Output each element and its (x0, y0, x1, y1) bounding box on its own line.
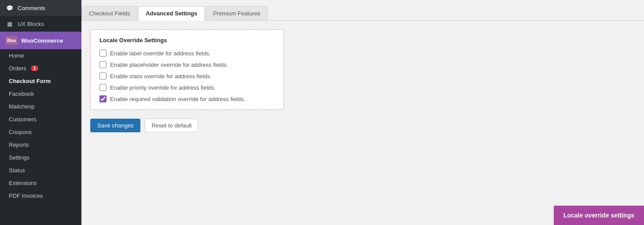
checkbox-label-priority-override: Enable priority override for address fie… (110, 84, 216, 91)
checkbox-class-override[interactable] (99, 73, 107, 80)
sidebar-item-coupons[interactable]: Coupons (0, 126, 81, 138)
sidebar-item-facebook[interactable]: Facebook (0, 87, 81, 100)
sidebar-item-orders[interactable]: Orders1 (0, 62, 81, 75)
sidebar-item-pdf-invoices[interactable]: PDF Invoices (0, 189, 81, 202)
settings-box-title: Locale Override Settings (99, 37, 275, 44)
woo-logo-icon: Woo (5, 36, 18, 45)
checkbox-row-required-override: Enable required validation override for … (99, 95, 275, 102)
sidebar-item-extensions[interactable]: Extensions (0, 177, 81, 189)
checkboxes-container: Enable label override for address fields… (99, 50, 275, 102)
sidebar-comments-label: Comments (18, 5, 45, 11)
locale-override-settings-box: Locale Override Settings Enable label ov… (90, 29, 284, 110)
sidebar-item-comments[interactable]: 💬 Comments (0, 0, 81, 16)
sidebar-item-home[interactable]: Home (0, 49, 81, 62)
comments-icon: 💬 (5, 4, 14, 12)
checkbox-row-label-override: Enable label override for address fields… (99, 50, 275, 57)
sidebar-ux-blocks-label: UX Blocks (18, 21, 44, 27)
tab-checkout-fields[interactable]: Checkout Fields (81, 6, 137, 20)
corner-banner: Locale override settings (554, 206, 644, 225)
save-changes-button[interactable]: Save changes (90, 119, 140, 132)
checkbox-required-override[interactable] (99, 95, 107, 102)
woocommerce-logo-item[interactable]: Woo WooCommerce (0, 32, 81, 49)
woocommerce-label: WooCommerce (21, 37, 63, 44)
checkbox-label-label-override: Enable label override for address fields… (110, 50, 210, 57)
sidebar-item-ux-blocks[interactable]: ▦ UX Blocks (0, 16, 81, 32)
reset-to-default-button[interactable]: Reset to default (145, 119, 198, 132)
sidebar-item-mailchimp[interactable]: Mailchimp (0, 100, 81, 113)
tabs-bar: Checkout FieldsAdvanced SettingsPremium … (81, 0, 644, 21)
checkbox-label-placeholder-override: Enable placeholder override for address … (110, 62, 228, 68)
sidebar-item-settings[interactable]: Settings (0, 151, 81, 164)
content-area: Locale Override Settings Enable label ov… (81, 21, 644, 225)
button-row: Save changes Reset to default (90, 119, 635, 132)
tab-premium-features[interactable]: Premium Features (206, 6, 268, 20)
checkbox-label-class-override: Enable class override for address fields… (110, 73, 212, 80)
tab-advanced-settings[interactable]: Advanced Settings (138, 6, 205, 21)
checkbox-row-class-override: Enable class override for address fields… (99, 73, 275, 80)
sidebar-item-checkout-form[interactable]: Checkout Form (0, 75, 81, 87)
corner-banner-label: Locale override settings (563, 212, 634, 219)
checkbox-priority-override[interactable] (99, 84, 107, 91)
sidebar-item-reports[interactable]: Reports (0, 138, 81, 151)
sidebar-nav: HomeOrders1Checkout FormFacebookMailchim… (0, 49, 81, 202)
checkbox-label-override[interactable] (99, 50, 107, 57)
badge-orders: 1 (31, 65, 39, 71)
sidebar-item-customers[interactable]: Customers (0, 113, 81, 126)
ux-blocks-icon: ▦ (5, 19, 14, 28)
main-content: Checkout FieldsAdvanced SettingsPremium … (81, 0, 644, 225)
sidebar: 💬 Comments ▦ UX Blocks Woo WooCommerce H… (0, 0, 81, 225)
checkbox-row-priority-override: Enable priority override for address fie… (99, 84, 275, 91)
checkbox-row-placeholder-override: Enable placeholder override for address … (99, 61, 275, 68)
sidebar-item-status[interactable]: Status (0, 164, 81, 177)
checkbox-label-required-override: Enable required validation override for … (110, 96, 245, 102)
checkbox-placeholder-override[interactable] (99, 61, 107, 68)
